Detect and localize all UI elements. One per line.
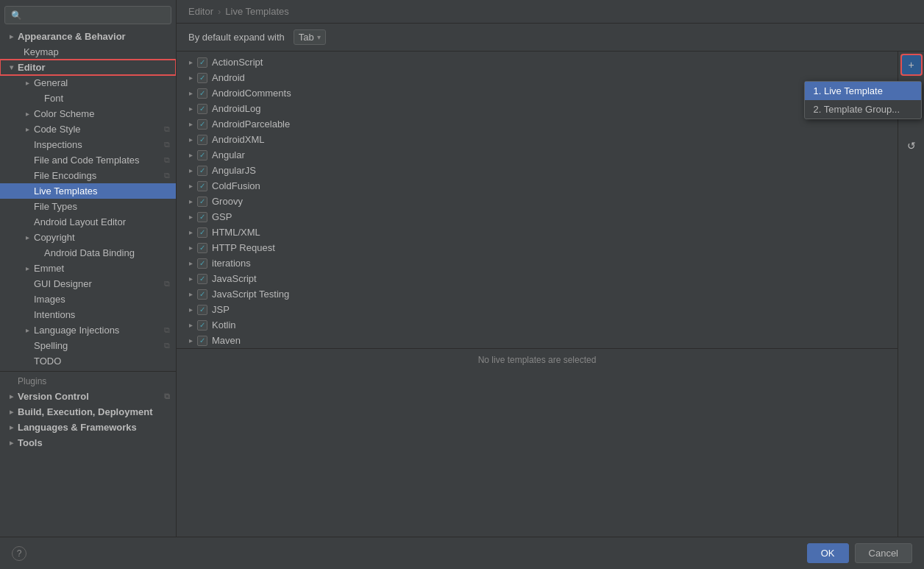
group-checkbox[interactable] (197, 88, 207, 99)
sidebar-item-live-templates[interactable]: Live Templates (0, 183, 176, 199)
group-name: GSP (212, 211, 232, 222)
sidebar-item-editor[interactable]: Editor (0, 60, 176, 75)
list-item[interactable]: GSP (177, 209, 898, 225)
sidebar-item-inspections[interactable]: Inspections ⧉ (0, 137, 176, 152)
group-checkbox[interactable] (197, 212, 207, 222)
dropdown-item-live-template[interactable]: 1. Live Template (805, 82, 921, 100)
sidebar-item-color-scheme[interactable]: Color Scheme (0, 106, 176, 121)
chevron-icon (6, 392, 16, 402)
cancel-button[interactable]: Cancel (855, 543, 912, 563)
list-item[interactable]: HTML/XML (177, 225, 898, 240)
group-checkbox[interactable] (197, 336, 207, 346)
chevron-icon (22, 78, 32, 88)
sidebar-item-file-code-templates[interactable]: File and Code Templates ⧉ (0, 152, 176, 168)
sidebar-item-android-layout[interactable]: Android Layout Editor (0, 214, 176, 230)
group-checkbox[interactable] (197, 320, 207, 331)
sidebar-item-intentions[interactable]: Intentions (0, 307, 176, 322)
list-item[interactable]: Groovy (177, 194, 898, 209)
sidebar-item-label: Images (34, 294, 65, 305)
group-name: AndroidXML (212, 134, 265, 145)
chevron-icon (6, 438, 16, 448)
list-item[interactable]: AndroidXML (177, 132, 898, 147)
chevron-icon (185, 243, 196, 253)
dropdown-item-template-group[interactable]: 2. Template Group... (805, 100, 921, 119)
group-checkbox[interactable] (197, 274, 207, 284)
copy-icon: ⧉ (164, 341, 170, 350)
list-item[interactable]: AndroidParcelable (177, 116, 898, 132)
sidebar-item-languages[interactable]: Languages & Frameworks (0, 420, 176, 435)
search-input[interactable] (26, 10, 165, 21)
group-checkbox[interactable] (197, 150, 207, 160)
group-checkbox[interactable] (197, 258, 207, 269)
group-checkbox[interactable] (197, 227, 207, 238)
list-item[interactable]: ColdFusion (177, 178, 898, 194)
revert-button[interactable]: ↺ (901, 135, 922, 156)
chevron-icon (185, 289, 196, 300)
group-name: Angular (212, 149, 245, 160)
group-checkbox[interactable] (197, 104, 207, 114)
sidebar-item-tools[interactable]: Tools (0, 435, 176, 450)
group-checkbox[interactable] (197, 305, 207, 315)
sidebar-item-images[interactable]: Images (0, 291, 176, 307)
group-name: iterations (212, 258, 251, 269)
sidebar-item-appearance[interactable]: Appearance & Behavior (0, 29, 176, 44)
group-checkbox[interactable] (197, 135, 207, 145)
ok-button[interactable]: OK (807, 543, 849, 563)
list-item[interactable]: Kotlin (177, 317, 898, 333)
list-item[interactable]: JavaScript Testing (177, 286, 898, 302)
sidebar-item-version-control[interactable]: Version Control ⧉ (0, 389, 176, 404)
list-item[interactable]: AndroidComments (177, 85, 898, 101)
list-item[interactable]: JavaScript (177, 271, 898, 286)
chevron-icon (185, 166, 196, 176)
search-box[interactable]: 🔍 (4, 6, 171, 24)
group-checkbox[interactable] (197, 181, 207, 191)
sidebar-item-gui-designer[interactable]: GUI Designer ⧉ (0, 276, 176, 291)
sidebar-item-label: Editor (18, 62, 46, 73)
list-item[interactable]: Maven (177, 333, 898, 348)
list-item[interactable]: AngularJS (177, 163, 898, 178)
expand-dropdown[interactable]: Tab ▾ (294, 29, 326, 45)
sidebar-item-file-encodings[interactable]: File Encodings ⧉ (0, 168, 176, 183)
group-checkbox[interactable] (197, 57, 207, 68)
chevron-icon (6, 63, 16, 73)
add-dropdown-popup: 1. Live Template 2. Template Group... (804, 81, 922, 119)
sidebar-item-general[interactable]: General (0, 75, 176, 91)
list-item[interactable]: AndroidLog (177, 101, 898, 116)
sidebar-item-label: Keymap (24, 46, 59, 57)
add-button[interactable]: + (901, 54, 922, 75)
list-item[interactable]: ActionScript (177, 54, 898, 70)
group-name: Kotlin (212, 319, 236, 331)
sidebar-item-spelling[interactable]: Spelling ⧉ (0, 338, 176, 353)
group-checkbox[interactable] (197, 73, 207, 83)
sidebar-item-font[interactable]: Font (0, 91, 176, 106)
sidebar-item-label: Emmet (34, 263, 64, 274)
group-name: JavaScript Testing (212, 289, 289, 300)
chevron-icon (185, 57, 196, 68)
group-checkbox[interactable] (197, 243, 207, 253)
sidebar-item-emmet[interactable]: Emmet (0, 261, 176, 276)
group-checkbox[interactable] (197, 197, 207, 207)
list-item[interactable]: iterations (177, 255, 898, 271)
list-item[interactable]: Angular (177, 147, 898, 163)
sidebar-item-language-injections[interactable]: Language Injections ⧉ (0, 322, 176, 338)
sidebar-item-android-data-binding[interactable]: Android Data Binding (0, 245, 176, 261)
list-item[interactable]: Android (177, 70, 898, 85)
copy-icon: ⧉ (164, 171, 170, 180)
sidebar-item-file-types[interactable]: File Types (0, 199, 176, 214)
sidebar-item-build-execution[interactable]: Build, Execution, Deployment (0, 404, 176, 420)
chevron-icon (185, 320, 196, 331)
list-item[interactable]: HTTP Request (177, 240, 898, 255)
group-checkbox[interactable] (197, 119, 207, 130)
chevron-icon (6, 407, 16, 417)
group-checkbox[interactable] (197, 166, 207, 176)
list-item[interactable]: JSP (177, 302, 898, 317)
breadcrumb-current: Live Templates (225, 6, 288, 17)
sidebar-item-keymap[interactable]: Keymap (0, 44, 176, 60)
sidebar-item-todo[interactable]: TODO (0, 353, 176, 369)
help-button[interactable]: ? (12, 546, 26, 561)
sidebar-item-copyright[interactable]: Copyright (0, 230, 176, 245)
sidebar-item-code-style[interactable]: Code Style ⧉ (0, 121, 176, 137)
chevron-icon (185, 305, 196, 315)
group-checkbox[interactable] (197, 289, 207, 300)
chevron-icon (22, 109, 32, 119)
